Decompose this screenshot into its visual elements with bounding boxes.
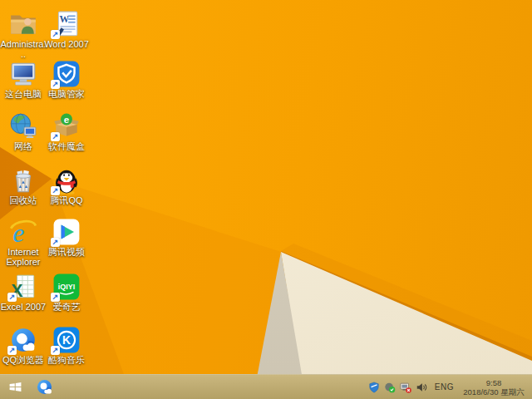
clock-time: 9:58 <box>461 378 526 387</box>
shortcut-arrow-icon: ↗ <box>51 238 60 247</box>
start-button[interactable] <box>0 375 30 399</box>
security-ok-tray-icon[interactable] <box>384 382 396 393</box>
desktop-icon-recycle-bin[interactable]: 回收站 <box>0 166 47 205</box>
windows-start-icon <box>8 380 22 394</box>
svg-text:K: K <box>62 333 71 347</box>
network-disconnected-tray-icon[interactable] <box>400 382 411 393</box>
taskbar: ENG 9:58 2018/6/30 星期六 <box>0 374 532 399</box>
user-folder-icon <box>9 10 37 38</box>
icon-label: 腾讯QQ <box>43 195 90 205</box>
shortcut-arrow-icon: ↗ <box>51 186 60 195</box>
icon-label: 酷狗音乐 <box>43 355 90 365</box>
taskbar-qq-browser-button[interactable] <box>30 375 58 399</box>
internet-explorer-icon: e <box>9 218 37 246</box>
icon-label: QQ浏览器 <box>0 355 47 365</box>
icon-label: 腾讯视频 <box>43 247 90 257</box>
shortcut-arrow-icon: ↗ <box>51 30 60 39</box>
clock-date: 2018/6/30 星期六 <box>461 387 526 397</box>
svg-text:W: W <box>60 14 70 25</box>
shortcut-arrow-icon: ↗ <box>7 293 17 302</box>
shortcut-arrow-icon: ↗ <box>51 80 60 89</box>
shortcut-arrow-icon: ↗ <box>51 346 60 355</box>
desktop-icon-iqiyi[interactable]: iQIYI ↗ 爱奇艺 <box>43 273 90 312</box>
icon-label: Word 2007 <box>43 39 90 49</box>
desktop-icon-this-pc[interactable]: 这台电脑 <box>0 60 47 99</box>
pc-manager-tray-icon[interactable] <box>368 382 380 393</box>
system-tray: ENG 9:58 2018/6/30 星期六 <box>368 378 532 397</box>
desktop-icon-internet-explorer[interactable]: e Internet Explorer <box>0 218 47 267</box>
taskbar-clock[interactable]: 9:58 2018/6/30 星期六 <box>461 378 526 397</box>
icon-label: 爱奇艺 <box>43 302 90 312</box>
desktop-icon-pc-manager[interactable]: ↗ 电脑管家 <box>43 60 90 99</box>
desktop-icon-tencent-video[interactable]: ↗ 腾讯视频 <box>43 218 90 257</box>
icon-label: Administra... <box>0 39 47 59</box>
computer-icon <box>9 60 37 88</box>
icon-label: Internet Explorer <box>0 247 47 267</box>
desktop-icon-network[interactable]: 网络 <box>0 112 47 151</box>
icon-label: Excel 2007 <box>0 302 47 312</box>
icon-label: 软件魔盒 <box>43 141 90 151</box>
network-globe-icon <box>9 112 37 140</box>
desktop-icon-excel-2007[interactable]: X ↗ Excel 2007 <box>0 273 47 312</box>
icon-label: 回收站 <box>0 195 47 205</box>
svg-text:e: e <box>64 114 70 125</box>
svg-text:iQIYI: iQIYI <box>58 283 76 291</box>
desktop-icon-administrator[interactable]: Administra... <box>0 10 47 59</box>
shortcut-arrow-icon: ↗ <box>7 346 17 355</box>
recycle-bin-icon <box>9 166 37 195</box>
desktop-icon-software-box[interactable]: e ↗ 软件魔盒 <box>43 112 90 151</box>
desktop-icon-kugou-music[interactable]: K ↗ 酷狗音乐 <box>43 326 90 365</box>
icon-label: 电脑管家 <box>43 89 90 99</box>
desktop-icon-word-2007[interactable]: W ↗ Word 2007 <box>43 10 90 49</box>
icon-label: 这台电脑 <box>0 89 47 99</box>
desktop-icon-tencent-qq[interactable]: ↗ 腾讯QQ <box>43 166 90 205</box>
qq-browser-icon <box>36 378 53 396</box>
shortcut-arrow-icon: ↗ <box>51 293 60 302</box>
language-indicator[interactable]: ENG <box>431 382 457 392</box>
volume-icon[interactable] <box>416 382 427 393</box>
icon-label: 网络 <box>0 141 47 151</box>
desktop-icon-qq-browser[interactable]: ↗ QQ浏览器 <box>0 326 47 365</box>
shortcut-arrow-icon: ↗ <box>51 132 60 141</box>
